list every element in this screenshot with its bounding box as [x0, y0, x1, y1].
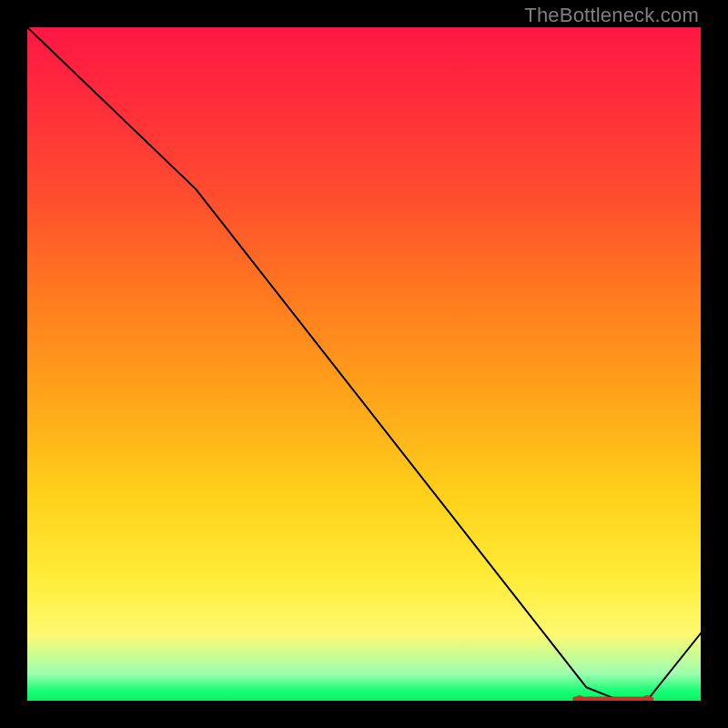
bottleneck-curve — [27, 27, 701, 701]
watermark-text: TheBottleneck.com — [524, 4, 699, 27]
optimal-zone-markers — [575, 695, 652, 701]
line-layer — [27, 27, 701, 701]
plot-area — [27, 27, 701, 701]
chart-frame: TheBottleneck.com — [0, 0, 728, 728]
optimal-zone-endpoint — [576, 695, 583, 701]
